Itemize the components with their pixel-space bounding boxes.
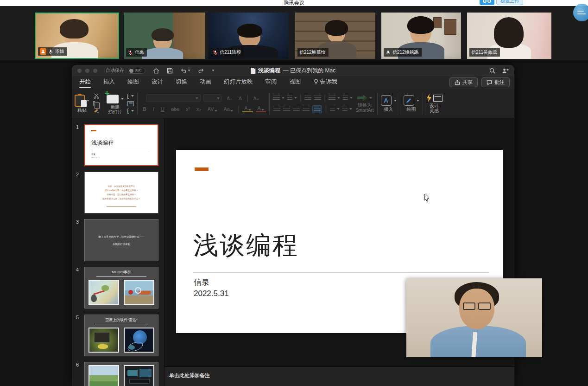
- italic-button[interactable]: I: [151, 106, 156, 112]
- ribbon-toolbar: 粘贴 新建幻灯片: [72, 89, 514, 118]
- save-button[interactable]: [167, 68, 173, 74]
- slide-accent-bar: [195, 167, 209, 171]
- justify-distributed-button[interactable]: [312, 105, 322, 113]
- comments-button[interactable]: 批注: [481, 77, 510, 87]
- layout-button[interactable]: [127, 93, 134, 99]
- redo-button[interactable]: [198, 68, 204, 74]
- reset-button[interactable]: [127, 101, 134, 106]
- tab-design[interactable]: 设计: [152, 78, 163, 89]
- name-label: 信212姚铭禹: [384, 48, 422, 57]
- slide-thumbnail-2[interactable]: 软件：从实验室来到各类平台 经常出现的问题：这些是怎么回事？ 资料片段：它们构成…: [84, 172, 158, 213]
- tab-insert[interactable]: 插入: [103, 78, 115, 89]
- slide-thumbnail-5[interactable]: 卫星上的软件“雷达”: [84, 315, 158, 356]
- smartart-icon: [357, 95, 367, 102]
- increase-font-button[interactable]: A^: [225, 96, 234, 101]
- format-painter-button[interactable]: [93, 108, 100, 114]
- tab-draw[interactable]: 绘图: [127, 78, 139, 89]
- center-button[interactable]: [283, 107, 290, 112]
- extension-logo-icon[interactable]: [480, 0, 494, 5]
- notes-pane[interactable]: 单击此处添加备注: [164, 367, 514, 386]
- presenter-video-overlay[interactable]: [406, 278, 542, 357]
- zoom-button[interactable]: [93, 69, 97, 73]
- participant-figure: [325, 20, 348, 36]
- convert-smartart-button[interactable]: 转换为SmartArt: [355, 95, 373, 113]
- participant-video-6[interactable]: 信211吴鑫蕊: [467, 13, 551, 59]
- font-name-select[interactable]: [146, 94, 201, 102]
- change-case-button[interactable]: Aa: [222, 106, 235, 112]
- undo-dropdown[interactable]: [188, 70, 190, 71]
- decrease-font-button[interactable]: A: [237, 96, 244, 101]
- numbering-button[interactable]: [287, 96, 297, 101]
- autosave-toggle[interactable]: 关闭: [128, 68, 145, 74]
- participant-video-3[interactable]: 信211陆毅: [209, 13, 289, 59]
- undo-button[interactable]: [180, 68, 190, 74]
- participant-name: 信212柳慕怡: [299, 49, 326, 56]
- align-text-button[interactable]: [342, 107, 352, 112]
- superscript-button[interactable]: x²: [184, 106, 192, 112]
- thumb-text-line: 经常出现的问题：这些是怎么回事？: [85, 188, 158, 193]
- tab-slideshow[interactable]: 幻灯片放映: [224, 78, 253, 89]
- upload-extension[interactable]: 极速上传: [480, 0, 523, 5]
- section-button[interactable]: [127, 108, 134, 114]
- tab-home[interactable]: 开始: [79, 78, 91, 89]
- draw-button[interactable]: 绘图: [404, 95, 419, 112]
- slide-thumbnail-3[interactable]: 除了日常用的APP，软件还能做什么—— 从我的行业谈起: [84, 219, 158, 261]
- search-icon[interactable]: [489, 68, 495, 74]
- new-slide-button[interactable]: 新建幻灯片: [107, 93, 124, 115]
- text-direction-button[interactable]: [343, 96, 353, 101]
- tab-view[interactable]: 视图: [290, 78, 301, 89]
- font-size-select[interactable]: [203, 94, 222, 102]
- character-spacing-button[interactable]: AV: [206, 106, 219, 112]
- slide-thumbnail-4[interactable]: MH370事件: [84, 267, 158, 309]
- clear-formatting-button[interactable]: A⌀: [251, 96, 261, 101]
- participant-video-4[interactable]: 信212柳慕怡: [295, 13, 375, 59]
- close-button[interactable]: [77, 69, 82, 73]
- line-spacing-button[interactable]: [329, 96, 340, 101]
- floating-assistant-ball[interactable]: [573, 4, 588, 21]
- insert-textbox-button[interactable]: A 插入: [381, 95, 397, 112]
- notes-placeholder[interactable]: 单击此处添加备注: [169, 373, 210, 378]
- thumb-title: MH370事件: [85, 270, 158, 275]
- strikethrough-button[interactable]: abc: [169, 106, 181, 112]
- justify-button[interactable]: [303, 107, 310, 112]
- copy-button[interactable]: [93, 101, 100, 106]
- tab-transitions[interactable]: 切换: [176, 78, 187, 89]
- underline-button[interactable]: U: [159, 106, 166, 112]
- slide-thumbnail-1[interactable]: 浅谈编程 信泉 2022.5.31: [84, 124, 158, 166]
- autosave-label: 自动保存: [106, 67, 124, 74]
- slide-thumbnail-6[interactable]: [84, 362, 158, 386]
- decrease-indent-button[interactable]: [304, 96, 311, 101]
- paste-dropdown[interactable]: [87, 100, 89, 102]
- slide-author[interactable]: 信泉: [194, 277, 209, 288]
- design-ideas-button[interactable]: 设计灵感: [426, 94, 443, 113]
- minimize-button[interactable]: [85, 69, 89, 73]
- paste-button[interactable]: 粘贴: [75, 95, 89, 113]
- share-button[interactable]: 共享: [449, 77, 478, 87]
- participant-video-1[interactable]: 毕婧: [35, 13, 119, 59]
- slide-number: 6: [76, 362, 79, 367]
- font-color-button[interactable]: A: [256, 105, 266, 112]
- align-left-button[interactable]: [273, 107, 280, 112]
- name-label: 信212柳慕怡: [297, 48, 329, 57]
- align-right-button[interactable]: [293, 107, 300, 112]
- bold-button[interactable]: B: [141, 106, 148, 112]
- upload-button[interactable]: 极速上传: [496, 0, 523, 5]
- tab-tell-me[interactable]: 告诉我: [314, 78, 338, 89]
- increase-indent-button[interactable]: [314, 96, 321, 101]
- tab-review[interactable]: 审阅: [266, 78, 277, 89]
- new-slide-dropdown[interactable]: [121, 98, 124, 100]
- text-highlight-button[interactable]: A: [242, 105, 253, 112]
- slide-date[interactable]: 2022.5.31: [194, 289, 229, 298]
- home-button[interactable]: [153, 68, 159, 74]
- tab-animations[interactable]: 动画: [200, 78, 211, 89]
- quick-access-options-chevron[interactable]: [212, 70, 215, 71]
- columns-button[interactable]: [330, 107, 340, 112]
- share-profile-icon[interactable]: [502, 68, 509, 74]
- bullets-button[interactable]: [273, 96, 285, 101]
- subscript-button[interactable]: x₂: [195, 106, 203, 112]
- participant-video-2[interactable]: 信泉: [124, 13, 205, 59]
- cut-button[interactable]: [93, 93, 100, 99]
- slide-title[interactable]: 浅谈编程: [193, 229, 299, 263]
- participant-video-5[interactable]: 信212姚铭禹: [381, 13, 461, 59]
- mic-on-icon: [386, 50, 391, 55]
